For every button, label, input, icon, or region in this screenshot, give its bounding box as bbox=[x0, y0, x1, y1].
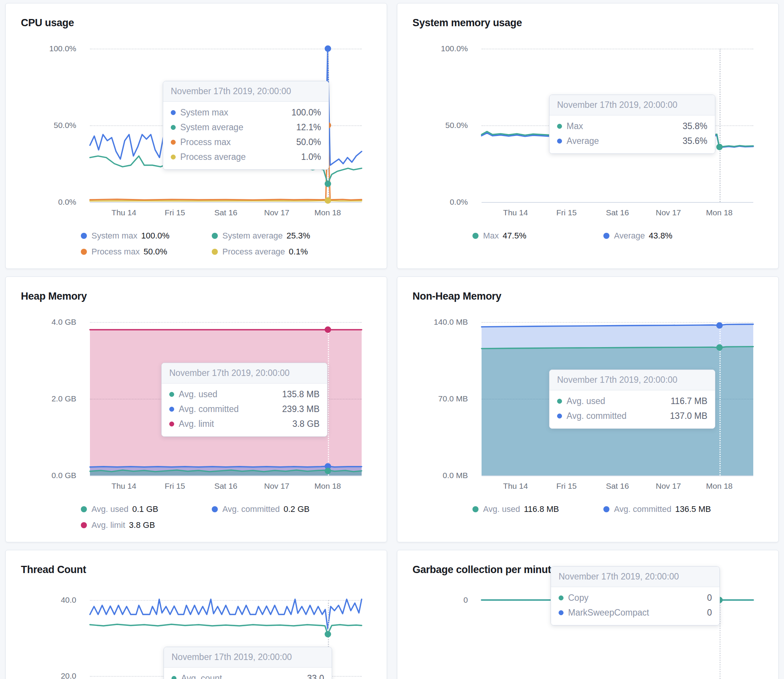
y-axis-label: 20.0 bbox=[61, 671, 76, 679]
tooltip-body: Max35.8%Average35.6% bbox=[549, 115, 715, 153]
dashboard-grid: CPU usage 100.0%50.0%0.0%Thu 14Fri 15Sat… bbox=[0, 0, 784, 679]
tooltip-row: Copy0 bbox=[551, 591, 719, 605]
tooltip-series-value: 12.1% bbox=[285, 122, 321, 133]
x-axis-label: Fri 15 bbox=[556, 208, 577, 217]
legend-item-avg-limit[interactable]: Avg. limit3.8 GB bbox=[81, 520, 212, 530]
gridline bbox=[90, 202, 362, 203]
tooltip-series-value: 0 bbox=[696, 593, 712, 603]
avg-committed-legend-dot-icon bbox=[212, 506, 218, 512]
gridline bbox=[482, 202, 753, 203]
y-axis-label: 140.0 MB bbox=[434, 317, 468, 327]
legend-value: 47.5% bbox=[503, 231, 526, 241]
tooltip-row: System average12.1% bbox=[163, 120, 329, 135]
marker-dot bbox=[324, 467, 331, 474]
marker-dot bbox=[324, 197, 331, 204]
tooltip-date: November 17th 2019, 20:00:00 bbox=[164, 647, 332, 668]
legend-item-process-average[interactable]: Process average0.1% bbox=[212, 247, 343, 257]
chart-tooltip: November 17th 2019, 20:00:00Avg. used116… bbox=[549, 370, 715, 429]
chart-tooltip: November 17th 2019, 20:00:00Max35.8%Aver… bbox=[549, 95, 715, 154]
y-axis-label: 40.0 bbox=[61, 595, 76, 605]
chart-tooltip: November 17th 2019, 20:00:00System max10… bbox=[163, 81, 329, 170]
legend-item-avg-committed[interactable]: Avg. committed0.2 GB bbox=[212, 504, 343, 514]
system-max-series-dot-icon bbox=[171, 110, 176, 115]
x-axis-label: Sat 16 bbox=[214, 208, 238, 217]
marker-dot bbox=[716, 344, 723, 351]
crosshair-line bbox=[719, 49, 721, 202]
tooltip-row: Avg. count33.0 bbox=[164, 671, 332, 679]
tooltip-row: Avg. used116.7 MB bbox=[549, 394, 715, 409]
gridline bbox=[90, 475, 362, 476]
legend-item-max[interactable]: Max47.5% bbox=[472, 231, 603, 241]
panel-title-heap-memory: Heap Memory bbox=[21, 291, 375, 302]
marker-dot bbox=[716, 322, 723, 328]
x-axis-label: Mon 18 bbox=[706, 208, 732, 217]
tooltip-body: Avg. used135.8 MBAvg. committed239.3 MBA… bbox=[162, 384, 327, 436]
copy-series-dot-icon bbox=[559, 595, 564, 600]
tooltip-row: Avg. committed239.3 MB bbox=[162, 402, 327, 417]
legend-item-avg-committed[interactable]: Avg. committed136.5 MB bbox=[603, 504, 734, 514]
x-axis-label: Thu 14 bbox=[503, 482, 528, 491]
tooltip-series-value: 100.0% bbox=[280, 107, 321, 118]
marksweepcompact-series-dot-icon bbox=[559, 610, 564, 615]
tooltip-series-label: Avg. limit bbox=[179, 419, 214, 429]
legend-value: 50.0% bbox=[143, 247, 167, 257]
tooltip-row: Process average1.0% bbox=[163, 150, 329, 164]
legend-label: Avg. limit bbox=[91, 520, 125, 530]
panel-heap-memory: Heap Memory 4.0 GB2.0 GB0.0 GBThu 14Fri … bbox=[5, 276, 387, 542]
legend-value: 136.5 MB bbox=[675, 504, 711, 514]
avg-committed-legend-dot-icon bbox=[603, 506, 609, 512]
tooltip-row: System max100.0% bbox=[163, 105, 329, 120]
x-axis-label: Nov 17 bbox=[656, 482, 681, 491]
legend-label: Avg. committed bbox=[614, 504, 671, 514]
tooltip-date: November 17th 2019, 20:00:00 bbox=[549, 95, 715, 115]
tooltip-date: November 17th 2019, 20:00:00 bbox=[162, 363, 327, 384]
panel-title-system-memory-usage: System memory usage bbox=[412, 17, 767, 29]
legend-item-system-average[interactable]: System average25.3% bbox=[212, 231, 343, 241]
x-axis-label: Sat 16 bbox=[214, 482, 238, 491]
system-average-series-dot-icon bbox=[171, 125, 176, 130]
chart-tooltip: November 17th 2019, 20:00:00Copy0MarkSwe… bbox=[551, 566, 720, 625]
x-axis-label: Sat 16 bbox=[606, 208, 629, 217]
process-average-legend-dot-icon bbox=[212, 249, 218, 255]
average-series-dot-icon bbox=[557, 139, 562, 144]
y-axis-label: 0 bbox=[463, 595, 468, 605]
tooltip-series-value: 239.3 MB bbox=[271, 404, 320, 414]
y-axis-label: 70.0 MB bbox=[438, 394, 468, 403]
tooltip-series-label: Average bbox=[567, 136, 599, 146]
avg-limit-legend-dot-icon bbox=[81, 522, 87, 528]
y-axis-label: 0.0% bbox=[450, 197, 468, 207]
tooltip-row: Average35.6% bbox=[549, 134, 715, 148]
legend-item-avg-used[interactable]: Avg. used0.1 GB bbox=[81, 504, 212, 514]
process-average-line bbox=[90, 201, 362, 201]
tooltip-series-label: Process max bbox=[180, 137, 231, 147]
marker-dot bbox=[716, 144, 723, 150]
legend-item-average[interactable]: Average43.8% bbox=[603, 231, 734, 241]
legend-item-process-max[interactable]: Process max50.0% bbox=[81, 247, 212, 257]
max-legend-dot-icon bbox=[472, 233, 479, 239]
x-axis-label: Mon 18 bbox=[314, 208, 341, 217]
tooltip-body: Avg. used116.7 MBAvg. committed137.0 MB bbox=[549, 390, 715, 428]
x-axis-label: Fri 15 bbox=[165, 482, 185, 491]
tooltip-series-value: 33.0 bbox=[296, 673, 324, 679]
tooltip-series-label: Avg. used bbox=[179, 389, 217, 400]
tooltip-series-value: 35.8% bbox=[671, 121, 707, 131]
tooltip-series-value: 50.0% bbox=[285, 137, 321, 147]
legend-item-avg-used[interactable]: Avg. used116.8 MB bbox=[472, 504, 603, 514]
panel-non-heap-memory: Non-Heap Memory 140.0 MB70.0 MB0.0 MBThu… bbox=[397, 276, 779, 542]
legend-label: System average bbox=[222, 231, 283, 241]
legend-value: 116.8 MB bbox=[524, 504, 559, 514]
avg-count-line bbox=[90, 624, 362, 634]
legend-label: Max bbox=[483, 231, 499, 241]
panel-title-thread-count: Thread Count bbox=[21, 564, 375, 576]
tooltip-row: Max35.8% bbox=[549, 119, 715, 134]
max-series-dot-icon bbox=[557, 124, 562, 129]
legend: Max47.5%Average43.8% bbox=[472, 231, 746, 241]
tooltip-series-label: System average bbox=[180, 122, 243, 133]
legend-item-system-max[interactable]: System max100.0% bbox=[81, 231, 212, 241]
avg-used-series-dot-icon bbox=[557, 399, 562, 404]
tooltip-date: November 17th 2019, 20:00:00 bbox=[549, 370, 715, 390]
avg-used-legend-dot-icon bbox=[81, 506, 87, 512]
x-axis-label: Nov 17 bbox=[264, 482, 290, 491]
legend-label: Avg. committed bbox=[222, 504, 280, 514]
tooltip-series-label: Avg. committed bbox=[179, 404, 239, 414]
